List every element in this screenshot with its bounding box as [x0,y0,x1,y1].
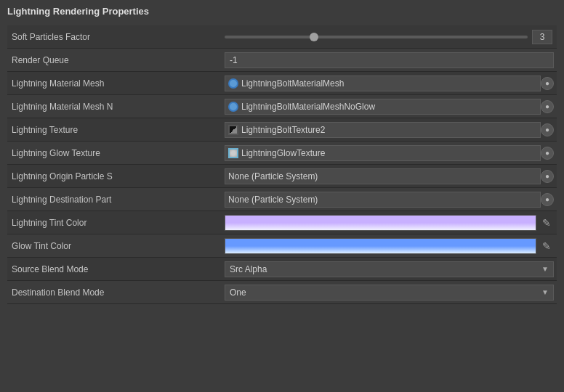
destination-blend-mode-value: One [230,287,246,298]
label-lightning-glow-texture: Lightning Glow Texture [7,148,222,158]
object-field-lightning-material-mesh-no-glow[interactable]: LightningBoltMaterialMeshNoGlow [225,99,541,115]
label-lightning-tint-color: Lightning Tint Color [7,218,222,228]
control-lightning-material-mesh: LightningBoltMaterialMesh ● [222,73,557,94]
label-destination-blend-mode: Destination Blend Mode [7,287,222,298]
glow-tint-color-picker-btn[interactable]: ✎ [539,238,554,254]
slider-container: 3 [225,30,552,44]
row-lightning-material-mesh: Lightning Material Mesh LightningBoltMat… [7,72,557,95]
slider-value[interactable]: 3 [532,30,552,44]
lightning-tint-color-picker-btn[interactable]: ✎ [539,215,554,231]
object-text-lightning-material-mesh: LightningBoltMaterialMesh [241,78,537,89]
object-field-lightning-destination-particle[interactable]: None (Particle System) [225,192,541,208]
object-select-btn-5[interactable]: ● [541,193,554,206]
color-field-glow-tint: ✎ [225,238,554,254]
row-lightning-tint-color: Lightning Tint Color ✎ [7,211,557,234]
control-lightning-texture: LightningBoltTexture2 ● [222,120,557,140]
control-soft-particles: 3 [222,28,557,46]
control-lightning-material-mesh-no-glow: LightningBoltMaterialMeshNoGlow ● [222,97,557,117]
object-select-btn-4[interactable]: ● [541,170,554,183]
control-glow-tint-color: ✎ [222,236,557,256]
control-source-blend-mode: Src Alpha ▼ [222,259,557,279]
slider-thumb[interactable] [310,33,318,41]
glow-tint-color-swatch[interactable] [225,238,536,254]
lightning-tint-color-swatch[interactable] [225,215,536,231]
destination-blend-mode-arrow: ▼ [541,288,549,296]
source-blend-mode-arrow: ▼ [541,265,549,273]
label-render-queue: Render Queue [7,55,222,65]
object-text-lightning-origin-particle: None (Particle System) [228,171,537,181]
object-field-lightning-origin-particle[interactable]: None (Particle System) [225,168,541,184]
row-lightning-destination-particle: Lightning Destination Part None (Particl… [7,188,557,211]
lightning-rendering-panel: Lightning Rendering Properties Soft Part… [0,0,564,310]
label-source-blend-mode: Source Blend Mode [7,264,222,274]
row-glow-tint-color: Glow Tint Color ✎ [7,234,557,258]
object-field-lightning-glow-texture[interactable]: LightningGlowTexture [225,145,541,161]
object-text-lightning-destination-particle: None (Particle System) [228,195,537,205]
panel-title: Lightning Rendering Properties [7,6,557,20]
control-destination-blend-mode: One ▼ [222,282,557,303]
row-lightning-texture: Lightning Texture LightningBoltTexture2 … [7,118,557,142]
control-lightning-destination-particle: None (Particle System) ● [222,189,557,210]
object-select-btn-1[interactable]: ● [541,100,554,113]
label-lightning-origin-particle: Lightning Origin Particle S [7,171,222,181]
row-lightning-glow-texture: Lightning Glow Texture LightningGlowText… [7,142,557,165]
source-blend-mode-dropdown[interactable]: Src Alpha ▼ [225,261,554,277]
row-lightning-origin-particle: Lightning Origin Particle S None (Partic… [7,165,557,188]
label-soft-particles: Soft Particles Factor [7,32,222,42]
row-render-queue: Render Queue [7,49,557,72]
label-lightning-destination-particle: Lightning Destination Part [7,195,222,205]
object-select-btn-0[interactable]: ● [541,77,554,90]
control-lightning-origin-particle: None (Particle System) ● [222,166,557,187]
control-lightning-glow-texture: LightningGlowTexture ● [222,143,557,163]
object-select-btn-2[interactable]: ● [541,123,554,136]
label-glow-tint-color: Glow Tint Color [7,241,222,251]
label-lightning-texture: Lightning Texture [7,125,222,135]
control-lightning-tint-color: ✎ [222,213,557,233]
destination-blend-mode-dropdown[interactable]: One ▼ [225,285,554,301]
row-soft-particles: Soft Particles Factor 3 [7,25,557,49]
object-select-btn-3[interactable]: ● [541,147,554,160]
control-render-queue [222,50,557,70]
object-field-lightning-texture[interactable]: LightningBoltTexture2 [225,122,541,138]
object-text-lightning-texture: LightningBoltTexture2 [241,125,537,135]
source-blend-mode-value: Src Alpha [230,264,267,274]
object-icon-blue-2 [228,102,238,112]
label-lightning-material-mesh-no-glow: Lightning Material Mesh N [7,102,222,112]
slider-track[interactable] [225,36,528,38]
row-lightning-material-mesh-no-glow: Lightning Material Mesh N LightningBoltM… [7,95,557,118]
row-source-blend-mode: Source Blend Mode Src Alpha ▼ [7,258,557,281]
row-destination-blend-mode: Destination Blend Mode One ▼ [7,281,557,304]
object-text-lightning-glow-texture: LightningGlowTexture [241,148,537,158]
object-field-lightning-material-mesh[interactable]: LightningBoltMaterialMesh [225,75,541,91]
object-icon-light-blue [228,148,238,158]
render-queue-input[interactable] [225,52,554,68]
object-text-lightning-material-mesh-no-glow: LightningBoltMaterialMeshNoGlow [241,102,537,112]
object-icon-blue [228,78,238,89]
color-field-lightning-tint: ✎ [225,215,554,231]
label-lightning-material-mesh: Lightning Material Mesh [7,78,222,89]
object-icon-gray [228,125,238,135]
